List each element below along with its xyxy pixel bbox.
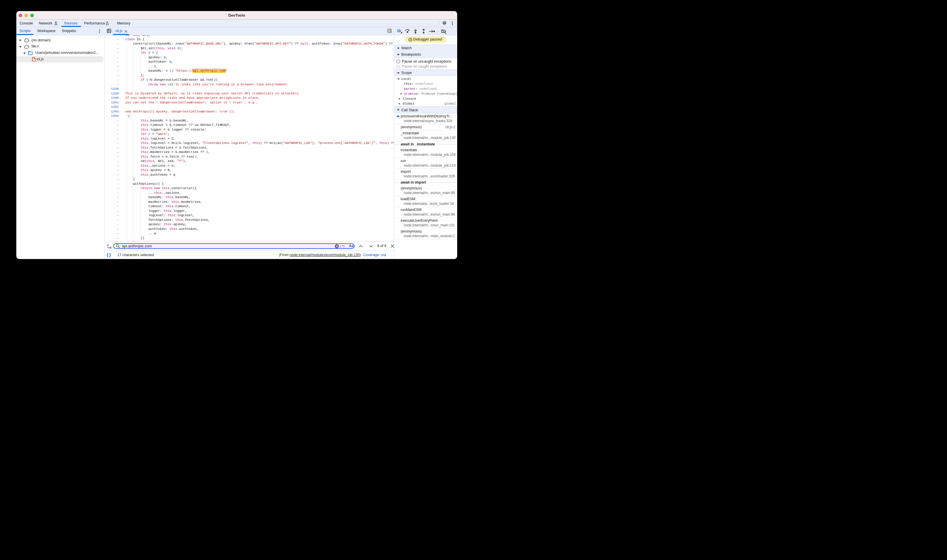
svg-text:A: A bbox=[107, 243, 109, 246]
svg-text:B: B bbox=[110, 246, 111, 249]
